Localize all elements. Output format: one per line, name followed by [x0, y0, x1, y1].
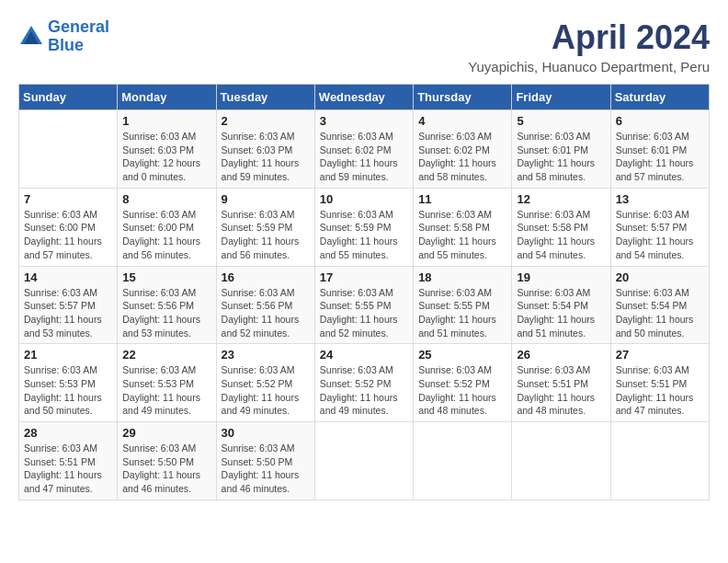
- page-header: General Blue April 2024 Yuyapichis, Huan…: [18, 18, 710, 75]
- day-info: Sunrise: 6:03 AM Sunset: 5:52 PM Dayligh…: [222, 363, 310, 418]
- calendar-cell: 17Sunrise: 6:03 AM Sunset: 5:55 PM Dayli…: [314, 266, 413, 344]
- day-info: Sunrise: 6:03 AM Sunset: 5:59 PM Dayligh…: [222, 208, 310, 262]
- header-monday: Monday: [118, 85, 216, 110]
- day-number: 2: [222, 114, 310, 128]
- day-number: 18: [418, 270, 506, 284]
- day-info: Sunrise: 6:03 AM Sunset: 5:54 PM Dayligh…: [517, 286, 605, 340]
- week-row-3: 14Sunrise: 6:03 AM Sunset: 5:57 PM Dayli…: [19, 266, 710, 344]
- logo: General Blue: [18, 18, 109, 55]
- day-number: 22: [122, 348, 210, 362]
- calendar-cell: [314, 422, 413, 500]
- day-number: 16: [222, 270, 310, 284]
- day-number: 19: [517, 270, 605, 284]
- day-info: Sunrise: 6:03 AM Sunset: 6:01 PM Dayligh…: [616, 130, 704, 184]
- calendar-cell: 24Sunrise: 6:03 AM Sunset: 5:52 PM Dayli…: [314, 344, 413, 422]
- day-number: 26: [517, 348, 605, 362]
- day-number: 10: [320, 192, 408, 206]
- day-number: 13: [616, 192, 704, 206]
- calendar-cell: 2Sunrise: 6:03 AM Sunset: 6:03 PM Daylig…: [216, 110, 314, 189]
- calendar-cell: 20Sunrise: 6:03 AM Sunset: 5:54 PM Dayli…: [610, 266, 709, 344]
- day-number: 24: [320, 348, 408, 362]
- day-info: Sunrise: 6:03 AM Sunset: 5:57 PM Dayligh…: [616, 208, 704, 262]
- day-info: Sunrise: 6:03 AM Sunset: 5:54 PM Dayligh…: [616, 286, 704, 340]
- calendar-cell: [414, 422, 512, 500]
- day-number: 11: [418, 192, 506, 206]
- logo-line1: General: [48, 17, 109, 36]
- logo-text: General Blue: [48, 18, 109, 55]
- title-block: April 2024 Yuyapichis, Huanuco Departmen…: [468, 18, 710, 75]
- day-info: Sunrise: 6:03 AM Sunset: 5:57 PM Dayligh…: [24, 286, 112, 340]
- day-number: 5: [517, 114, 605, 128]
- day-info: Sunrise: 6:03 AM Sunset: 5:56 PM Dayligh…: [222, 286, 310, 340]
- calendar-cell: 18Sunrise: 6:03 AM Sunset: 5:55 PM Dayli…: [414, 266, 512, 344]
- header-saturday: Saturday: [610, 85, 709, 110]
- calendar-header-row: SundayMondayTuesdayWednesdayThursdayFrid…: [19, 85, 710, 110]
- day-number: 25: [418, 348, 506, 362]
- day-number: 15: [122, 270, 210, 284]
- logo-icon: [18, 24, 44, 50]
- day-info: Sunrise: 6:03 AM Sunset: 5:55 PM Dayligh…: [418, 286, 506, 340]
- calendar-cell: 8Sunrise: 6:03 AM Sunset: 6:00 PM Daylig…: [118, 188, 216, 266]
- calendar-cell: 12Sunrise: 6:03 AM Sunset: 5:58 PM Dayli…: [512, 188, 610, 266]
- calendar-cell: 16Sunrise: 6:03 AM Sunset: 5:56 PM Dayli…: [216, 266, 314, 344]
- calendar-cell: 15Sunrise: 6:03 AM Sunset: 5:56 PM Dayli…: [118, 266, 216, 344]
- day-number: 20: [616, 270, 704, 284]
- day-info: Sunrise: 6:03 AM Sunset: 5:58 PM Dayligh…: [418, 208, 506, 262]
- header-wednesday: Wednesday: [314, 85, 413, 110]
- day-info: Sunrise: 6:03 AM Sunset: 5:55 PM Dayligh…: [320, 286, 408, 340]
- calendar-cell: [512, 422, 610, 500]
- calendar-cell: 3Sunrise: 6:03 AM Sunset: 6:02 PM Daylig…: [314, 110, 413, 189]
- calendar-cell: 10Sunrise: 6:03 AM Sunset: 5:59 PM Dayli…: [314, 188, 413, 266]
- header-tuesday: Tuesday: [216, 85, 314, 110]
- day-info: Sunrise: 6:03 AM Sunset: 5:53 PM Dayligh…: [122, 363, 210, 418]
- logo-line2: Blue: [48, 36, 84, 54]
- day-info: Sunrise: 6:03 AM Sunset: 5:56 PM Dayligh…: [122, 286, 210, 340]
- day-info: Sunrise: 6:03 AM Sunset: 5:51 PM Dayligh…: [616, 363, 704, 418]
- day-number: 27: [616, 348, 704, 362]
- week-row-4: 21Sunrise: 6:03 AM Sunset: 5:53 PM Dayli…: [19, 344, 710, 422]
- day-number: 1: [122, 114, 210, 128]
- day-number: 6: [616, 114, 704, 128]
- calendar-cell: 30Sunrise: 6:03 AM Sunset: 5:50 PM Dayli…: [216, 422, 314, 500]
- calendar-cell: 23Sunrise: 6:03 AM Sunset: 5:52 PM Dayli…: [216, 344, 314, 422]
- week-row-2: 7Sunrise: 6:03 AM Sunset: 6:00 PM Daylig…: [19, 188, 710, 266]
- calendar-cell: 6Sunrise: 6:03 AM Sunset: 6:01 PM Daylig…: [610, 110, 709, 189]
- day-number: 29: [122, 426, 210, 440]
- calendar-cell: 11Sunrise: 6:03 AM Sunset: 5:58 PM Dayli…: [414, 188, 512, 266]
- calendar-cell: 13Sunrise: 6:03 AM Sunset: 5:57 PM Dayli…: [610, 188, 709, 266]
- calendar-title: April 2024: [468, 18, 710, 57]
- calendar-cell: 28Sunrise: 6:03 AM Sunset: 5:51 PM Dayli…: [19, 422, 118, 500]
- day-info: Sunrise: 6:03 AM Sunset: 6:03 PM Dayligh…: [222, 130, 310, 184]
- day-info: Sunrise: 6:03 AM Sunset: 6:02 PM Dayligh…: [418, 130, 506, 184]
- day-info: Sunrise: 6:03 AM Sunset: 5:59 PM Dayligh…: [320, 208, 408, 262]
- day-info: Sunrise: 6:03 AM Sunset: 6:03 PM Dayligh…: [122, 130, 210, 184]
- calendar-cell: 19Sunrise: 6:03 AM Sunset: 5:54 PM Dayli…: [512, 266, 610, 344]
- header-thursday: Thursday: [414, 85, 512, 110]
- header-sunday: Sunday: [19, 85, 118, 110]
- day-number: 17: [320, 270, 408, 284]
- calendar-cell: 14Sunrise: 6:03 AM Sunset: 5:57 PM Dayli…: [19, 266, 118, 344]
- calendar-table: SundayMondayTuesdayWednesdayThursdayFrid…: [18, 84, 710, 500]
- day-info: Sunrise: 6:03 AM Sunset: 5:52 PM Dayligh…: [418, 363, 506, 418]
- day-info: Sunrise: 6:03 AM Sunset: 5:50 PM Dayligh…: [122, 442, 210, 496]
- calendar-cell: 21Sunrise: 6:03 AM Sunset: 5:53 PM Dayli…: [19, 344, 118, 422]
- calendar-cell: [19, 110, 118, 189]
- week-row-1: 1Sunrise: 6:03 AM Sunset: 6:03 PM Daylig…: [19, 110, 710, 189]
- calendar-cell: 5Sunrise: 6:03 AM Sunset: 6:01 PM Daylig…: [512, 110, 610, 189]
- week-row-5: 28Sunrise: 6:03 AM Sunset: 5:51 PM Dayli…: [19, 422, 710, 500]
- calendar-cell: 26Sunrise: 6:03 AM Sunset: 5:51 PM Dayli…: [512, 344, 610, 422]
- day-info: Sunrise: 6:03 AM Sunset: 5:51 PM Dayligh…: [517, 363, 605, 418]
- day-info: Sunrise: 6:03 AM Sunset: 6:00 PM Dayligh…: [122, 208, 210, 262]
- day-number: 14: [24, 270, 112, 284]
- day-info: Sunrise: 6:03 AM Sunset: 6:02 PM Dayligh…: [320, 130, 408, 184]
- day-info: Sunrise: 6:03 AM Sunset: 5:51 PM Dayligh…: [24, 442, 112, 496]
- calendar-cell: 29Sunrise: 6:03 AM Sunset: 5:50 PM Dayli…: [118, 422, 216, 500]
- header-friday: Friday: [512, 85, 610, 110]
- day-number: 12: [517, 192, 605, 206]
- calendar-cell: [610, 422, 709, 500]
- calendar-cell: 25Sunrise: 6:03 AM Sunset: 5:52 PM Dayli…: [414, 344, 512, 422]
- day-number: 23: [222, 348, 310, 362]
- day-number: 9: [222, 192, 310, 206]
- calendar-cell: 9Sunrise: 6:03 AM Sunset: 5:59 PM Daylig…: [216, 188, 314, 266]
- day-info: Sunrise: 6:03 AM Sunset: 5:58 PM Dayligh…: [517, 208, 605, 262]
